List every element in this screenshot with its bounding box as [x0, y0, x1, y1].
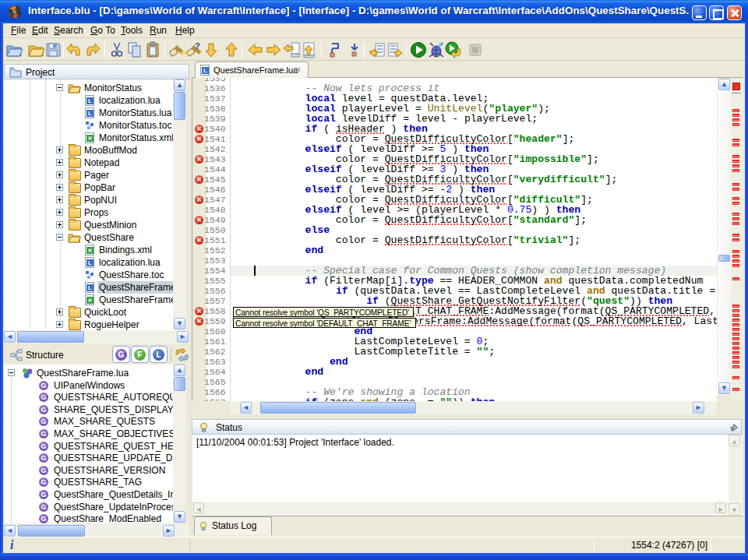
- svg-text:?: ?: [195, 41, 200, 51]
